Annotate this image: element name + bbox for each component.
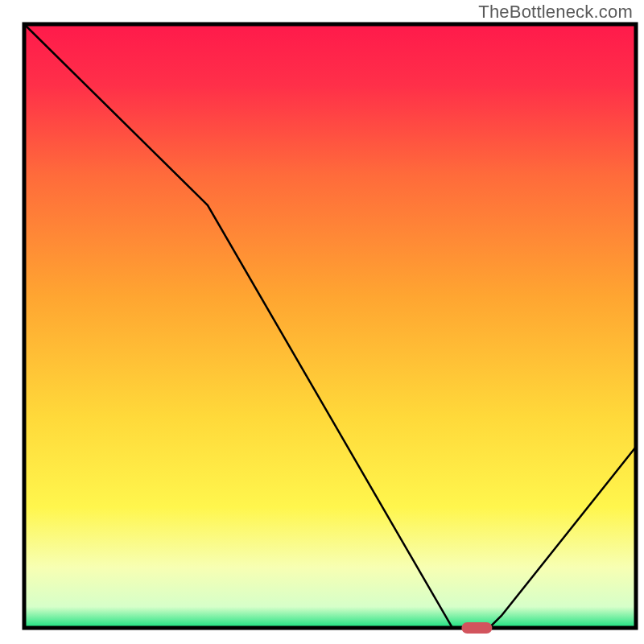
current-point-marker — [461, 622, 492, 634]
bottleneck-chart — [0, 0, 644, 644]
watermark-label: TheBottleneck.com — [478, 2, 633, 23]
chart-container: TheBottleneck.com — [0, 0, 644, 644]
